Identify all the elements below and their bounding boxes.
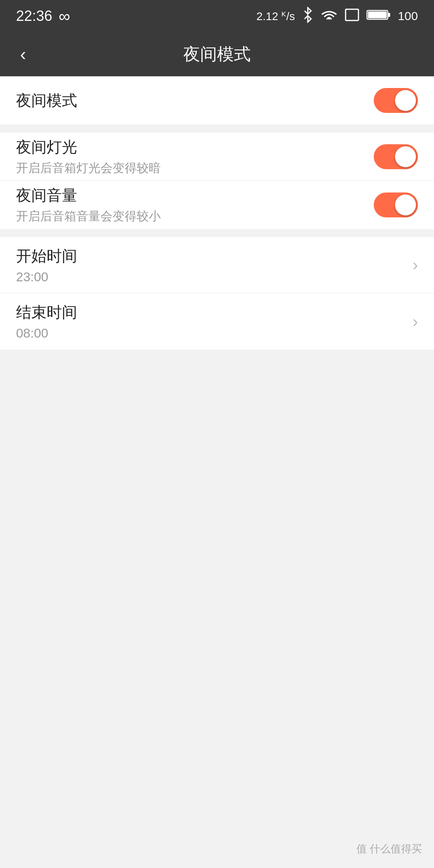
status-bar: 22:36 ∞ 2.12 ᴷ/s <box>0 0 434 32</box>
start-time-chevron: › <box>413 256 418 274</box>
watermark: 值 什么值得买 <box>356 842 422 856</box>
top-bar: ‹ 夜间模式 <box>0 32 434 76</box>
status-infinity: ∞ <box>59 7 70 25</box>
svg-rect-0 <box>346 9 358 20</box>
end-time-item[interactable]: 结束时间 08:00 › <box>0 293 434 350</box>
night-sub-section: 夜间灯光 开启后音箱灯光会变得较暗 夜间音量 开启后音箱音量会变得较小 <box>0 133 434 229</box>
time-section: 开始时间 23:00 › 结束时间 08:00 › <box>0 237 434 350</box>
content: 夜间模式 夜间灯光 开启后音箱灯光会变得较暗 夜间音量 开启后音箱音量会变得较小 <box>0 76 434 350</box>
start-time-title: 开始时间 <box>16 246 409 266</box>
night-volume-item: 夜间音量 开启后音箱音量会变得较小 <box>0 181 434 229</box>
night-mode-toggle[interactable] <box>374 88 418 113</box>
night-light-item: 夜间灯光 开启后音箱灯光会变得较暗 <box>0 133 434 181</box>
end-time-value: 08:00 <box>16 326 409 341</box>
end-time-chevron: › <box>413 313 418 331</box>
battery-icon <box>366 9 391 24</box>
night-mode-title: 夜间模式 <box>16 90 374 111</box>
night-light-title: 夜间灯光 <box>16 137 374 158</box>
status-time: 22:36 <box>16 8 52 25</box>
night-volume-toggle[interactable] <box>374 192 418 217</box>
start-time-item[interactable]: 开始时间 23:00 › <box>0 237 434 293</box>
night-light-toggle[interactable] <box>374 144 418 169</box>
svg-rect-3 <box>388 13 390 17</box>
toggle-knob-light <box>395 146 416 167</box>
night-mode-section: 夜间模式 <box>0 76 434 125</box>
night-light-subtitle: 开启后音箱灯光会变得较暗 <box>16 160 374 176</box>
status-speed: 2.12 ᴷ/s <box>256 10 295 23</box>
battery-level: 100 <box>398 9 418 23</box>
night-volume-subtitle: 开启后音箱音量会变得较小 <box>16 208 374 225</box>
back-button[interactable]: ‹ <box>16 41 30 67</box>
toggle-knob-volume <box>395 194 416 215</box>
night-mode-item: 夜间模式 <box>0 76 434 125</box>
svg-rect-2 <box>368 11 387 18</box>
page-title: 夜间模式 <box>183 43 251 66</box>
status-right: 2.12 ᴷ/s <box>256 7 418 26</box>
toggle-knob <box>395 90 416 111</box>
start-time-value: 23:00 <box>16 270 409 285</box>
wifi-icon <box>321 8 338 25</box>
bluetooth-icon <box>302 7 313 26</box>
status-left: 22:36 ∞ <box>16 7 70 25</box>
screen-icon <box>345 8 359 25</box>
night-volume-title: 夜间音量 <box>16 185 374 206</box>
end-time-title: 结束时间 <box>16 302 409 323</box>
